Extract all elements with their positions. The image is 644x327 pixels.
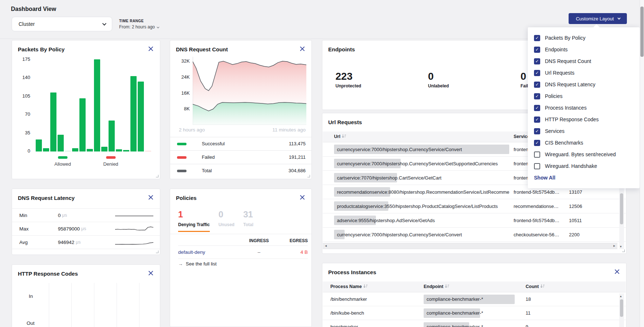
checkbox-checked-icon[interactable]: ✓ (534, 128, 540, 134)
process-table-row[interactable]: /bin/benchmarkercompliance-benchmarker-*… (323, 292, 626, 306)
horizontal-scrollbar[interactable]: ◂ ▸ (323, 243, 617, 249)
close-policies-icon[interactable] (299, 194, 306, 201)
menu-item-label: Url Requests (545, 70, 574, 76)
column-header-process-name[interactable]: Process Name (330, 284, 368, 289)
legend-row-successful: Successful113,475 (170, 137, 311, 150)
checkbox-checked-icon[interactable]: ✓ (534, 82, 540, 88)
allowed-bar (50, 92, 56, 151)
url-text: currencyservice:7000/hipstershop.Currenc… (334, 232, 462, 237)
menu-item-label: Wireguard. Bytes sent/received (545, 151, 616, 157)
url-table-row[interactable]: adservice:9555/hipstershop.AdService/Get… (323, 213, 626, 228)
page-title: Dashboard View (11, 6, 56, 12)
resize-handle[interactable] (307, 175, 310, 177)
service-cell: checkoutservice-56… (514, 228, 566, 241)
view-selector[interactable]: Cluster (12, 17, 112, 31)
column-header-url[interactable]: Url (334, 134, 346, 139)
checkbox-unchecked-icon[interactable] (534, 163, 540, 169)
heatmap-grid (49, 283, 160, 327)
menu-item-packets-by-policy[interactable]: ✓Packets By Policy (528, 32, 640, 44)
checkbox-checked-icon[interactable]: ✓ (534, 117, 540, 123)
tab-total[interactable]: 31 Total (243, 210, 254, 232)
url-text: adservice:9555/hipstershop.AdService/Get… (334, 218, 435, 223)
latency-row-min: Min 0 μs (12, 209, 160, 222)
url-table-row[interactable]: productcatalogservice:3550/hipstershop.P… (323, 199, 626, 213)
menu-item-label: DNS Request Count (545, 58, 591, 64)
count-cell: 10511 (569, 213, 602, 227)
resize-handle[interactable] (156, 251, 158, 253)
scroll-left-icon[interactable]: ◂ (325, 244, 327, 248)
checkbox-checked-icon[interactable]: ✓ (534, 140, 540, 146)
time-range: TIME RANGE From: 2 hours ago (119, 19, 158, 29)
tab-unused[interactable]: 0 Unused (219, 210, 235, 232)
time-range-from[interactable]: From: 2 hours ago (119, 24, 158, 29)
checkbox-checked-icon[interactable]: ✓ (534, 93, 540, 99)
close-dns-request-latency-icon[interactable] (148, 194, 154, 201)
count-cell: 18 (526, 292, 558, 306)
url-cell: currencyservice:7000/hipstershop.Currenc… (334, 142, 509, 156)
checkbox-checked-icon[interactable]: ✓ (534, 70, 540, 76)
menu-item-endpoints[interactable]: ✓Endpoints (528, 44, 640, 55)
url-cell: recommendationservice:8080/hipstershop.R… (334, 185, 509, 199)
menu-item-url-requests[interactable]: ✓Url Requests (528, 67, 640, 79)
y-tick-label: 0 (28, 148, 30, 154)
see-full-list-link[interactable]: →See the full list (178, 261, 217, 267)
checkbox-checked-icon[interactable]: ✓ (534, 105, 540, 111)
checkbox-checked-icon[interactable]: ✓ (534, 35, 540, 41)
policy-link[interactable]: default-deny (178, 249, 244, 255)
page-scrollbar[interactable] (640, 0, 644, 327)
page-scrollbar-thumb[interactable] (640, 7, 644, 57)
tab-denying-traffic[interactable]: 1 Denying Traffic (178, 210, 210, 232)
column-header-count[interactable]: Count (526, 284, 545, 289)
menu-item-label: CIS Benchmarks (545, 140, 583, 146)
service-cell: frontend-5fc5754db… (514, 213, 566, 227)
menu-item-services[interactable]: ✓Services (528, 125, 640, 137)
customize-layout-button[interactable]: Customize Layout (569, 13, 627, 24)
process-table-row[interactable]: benchmarkercompliance-benchmarker-*9 (323, 320, 626, 327)
menu-item-dns-request-count[interactable]: ✓DNS Request Count (528, 55, 640, 67)
checkbox-checked-icon[interactable]: ✓ (534, 58, 540, 64)
process-name-cell: /bin/kube-bench (330, 306, 418, 320)
column-header-service[interactable]: Service (514, 134, 530, 139)
legend-row-total: Total304,686 (170, 164, 311, 177)
menu-item-wireguard-handshake[interactable]: Wireguard. Handshake (528, 160, 640, 172)
sort-icon (445, 284, 449, 288)
checkbox-unchecked-icon[interactable] (534, 151, 540, 158)
close-dns-request-count-icon[interactable] (299, 46, 306, 52)
bar-chart (36, 59, 152, 151)
y-tick-label: 16K (181, 90, 190, 96)
url-cell: currencyservice:7000/hipstershop.Currenc… (334, 228, 509, 241)
show-all-link[interactable]: Show All (534, 175, 555, 181)
process-table-header: Process Name Endpoint Count (323, 281, 626, 292)
resize-handle[interactable] (622, 249, 625, 252)
menu-item-process-instances[interactable]: ✓Process Instances (528, 102, 640, 114)
column-header-endpoint[interactable]: Endpoint (424, 284, 449, 289)
latency-row-max: Max 95879000 μs (12, 222, 160, 236)
resize-handle[interactable] (156, 175, 158, 177)
url-text: productcatalogservice:3550/hipstershop.P… (334, 204, 498, 209)
close-http-response-codes-icon[interactable] (148, 270, 154, 276)
url-cell: cartservice:7070/hipstershop.CartService… (334, 171, 509, 185)
count-cell: 9 (526, 320, 558, 327)
count-cell: 11 (526, 306, 558, 320)
menu-item-dns-request-latency[interactable]: ✓DNS Request Latency (528, 79, 640, 90)
endpoint-cell: compliance-benchmarker-* (424, 306, 520, 320)
menu-item-http-response-codes[interactable]: ✓HTTP Response Codes (528, 114, 640, 125)
url-table-row[interactable]: currencyservice:7000/hipstershop.Currenc… (323, 228, 626, 242)
process-table-row[interactable]: /bin/kube-benchcompliance-benchmarker-*1… (323, 306, 626, 320)
url-text: cartservice:7070/hipstershop.CartService… (334, 175, 441, 181)
close-packets-by-policy-icon[interactable] (148, 46, 154, 52)
checkbox-checked-icon[interactable]: ✓ (534, 47, 540, 53)
latency-row-avg: Avg 946942 μs (12, 236, 160, 249)
menu-item-wireguard-bytes-sent-received[interactable]: Wireguard. Bytes sent/received (528, 149, 640, 160)
chevron-down-icon (617, 16, 620, 19)
allowed-bar (109, 121, 115, 151)
menu-item-cis-benchmarks[interactable]: ✓CIS Benchmarks (528, 137, 640, 149)
panel-dns-request-latency: DNS Request Latency Min 0 μs Max 9587900… (12, 189, 160, 255)
close-process-instances-icon[interactable] (614, 268, 620, 275)
allowed-bar (72, 148, 78, 151)
vertical-scrollbar[interactable]: ▴ (619, 293, 624, 327)
scroll-right-icon[interactable]: ▸ (613, 244, 615, 248)
scroll-up-icon[interactable]: ▴ (620, 294, 622, 298)
menu-item-policies[interactable]: ✓Policies (528, 90, 640, 102)
scroll-down-icon[interactable]: ▾ (620, 245, 622, 248)
